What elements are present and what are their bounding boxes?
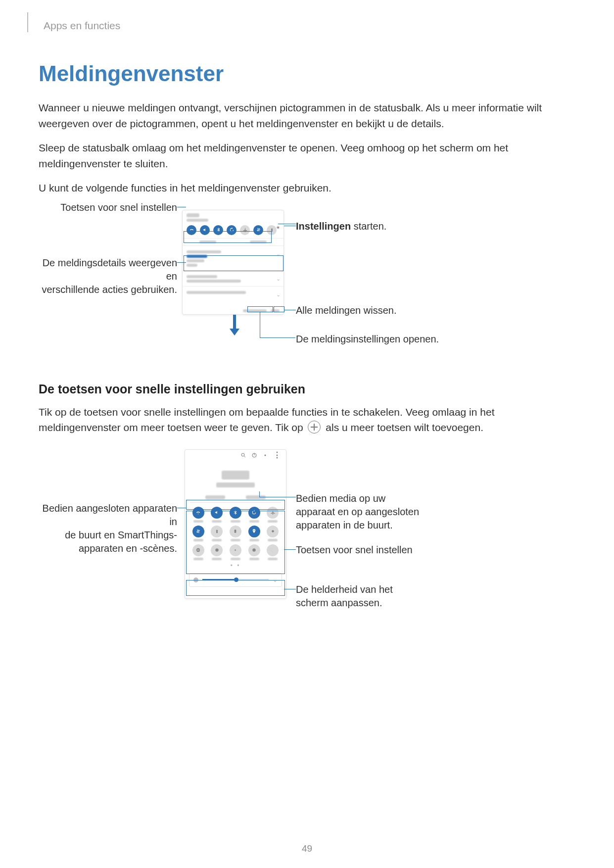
more-icon: ⋮ <box>273 450 281 460</box>
callout-media-control: Bedien media op uw apparaat en op aanges… <box>296 492 425 532</box>
notification-item-3: ⌄ <box>183 287 283 297</box>
svg-point-6 <box>265 454 266 456</box>
paragraph-2: Sleep de statusbalk omlaag om het meldin… <box>39 140 575 171</box>
callout-connected-devices: Bedien aangesloten apparaten in de buurt… <box>39 502 177 555</box>
callout-quick-settings-keys-2: Toetsen voor snel instellen <box>296 543 413 557</box>
notification-item-2: ⌄ <box>183 271 283 287</box>
figure-quick-settings-expanded: ⋮ <box>39 449 575 613</box>
search-icon <box>240 452 246 458</box>
subheading-quick-settings: De toetsen voor snelle instellingen gebr… <box>39 382 575 396</box>
power-icon <box>251 452 257 458</box>
callout-adjust-brightness: De helderheid van het scherm aanpassen. <box>296 583 425 610</box>
paragraph-4: Tik op de toetsen voor snelle instelling… <box>39 404 575 435</box>
chevron-down-icon: ⌄ <box>276 276 281 282</box>
figure-notification-panel: ⌄ ⌄ ⌄ Toetsen voor <box>39 205 575 358</box>
paragraph-3: U kunt de volgende functies in het meldi… <box>39 180 575 196</box>
callout-quick-settings-keys: Toetsen voor snel instellen <box>39 201 177 214</box>
callout-open-notification-settings: De meldingsinstellingen openen. <box>296 333 439 346</box>
svg-point-2 <box>241 453 244 456</box>
swipe-down-arrow-icon <box>230 315 239 335</box>
callout-notification-details: De meldingsdetails weergeven en verschil… <box>39 256 177 296</box>
callout-clear-notifications: Alle meldingen wissen. <box>296 304 396 317</box>
chevron-down-icon: ⌄ <box>276 291 281 298</box>
paragraph-1: Wanneer u nieuwe meldingen ontvangt, ver… <box>39 100 575 131</box>
svg-line-3 <box>244 456 246 457</box>
gear-icon <box>276 225 281 230</box>
page-title: Meldingenvenster <box>39 61 575 86</box>
gear-icon <box>262 452 268 458</box>
plus-circle-icon <box>308 421 321 434</box>
callout-start-settings: Instellingen starten. <box>296 220 386 233</box>
section-header: Apps en functies <box>39 20 575 32</box>
page-number: 49 <box>0 843 614 854</box>
